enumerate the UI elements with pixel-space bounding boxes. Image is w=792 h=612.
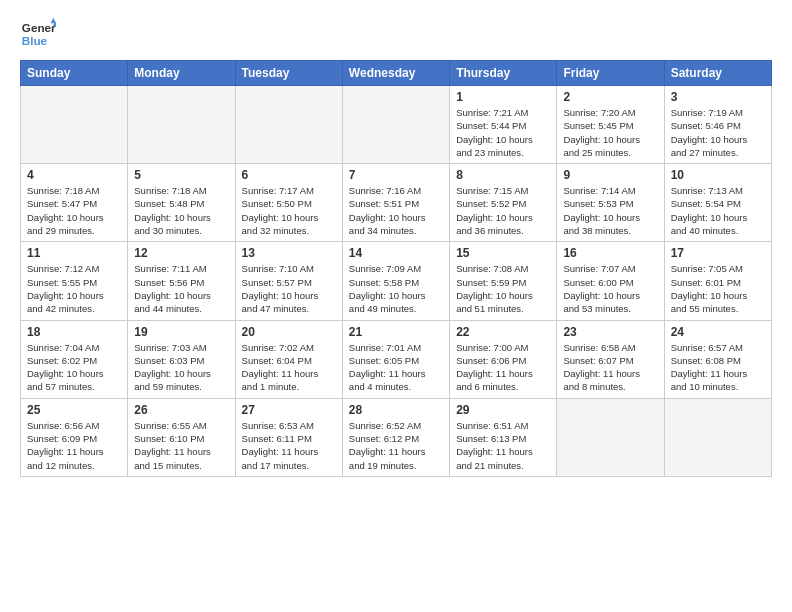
day-cell: 26Sunrise: 6:55 AM Sunset: 6:10 PM Dayli… xyxy=(128,398,235,476)
day-info: Sunrise: 7:18 AM Sunset: 5:48 PM Dayligh… xyxy=(134,184,228,237)
day-info: Sunrise: 7:17 AM Sunset: 5:50 PM Dayligh… xyxy=(242,184,336,237)
day-number: 10 xyxy=(671,168,765,182)
day-number: 24 xyxy=(671,325,765,339)
day-info: Sunrise: 6:56 AM Sunset: 6:09 PM Dayligh… xyxy=(27,419,121,472)
day-cell: 21Sunrise: 7:01 AM Sunset: 6:05 PM Dayli… xyxy=(342,320,449,398)
day-cell xyxy=(235,86,342,164)
day-number: 27 xyxy=(242,403,336,417)
day-number: 16 xyxy=(563,246,657,260)
weekday-header-saturday: Saturday xyxy=(664,61,771,86)
day-info: Sunrise: 7:18 AM Sunset: 5:47 PM Dayligh… xyxy=(27,184,121,237)
week-row-3: 11Sunrise: 7:12 AM Sunset: 5:55 PM Dayli… xyxy=(21,242,772,320)
day-number: 21 xyxy=(349,325,443,339)
day-number: 1 xyxy=(456,90,550,104)
day-cell xyxy=(128,86,235,164)
calendar: SundayMondayTuesdayWednesdayThursdayFrid… xyxy=(20,60,772,477)
day-number: 17 xyxy=(671,246,765,260)
svg-text:Blue: Blue xyxy=(22,34,48,47)
day-cell: 4Sunrise: 7:18 AM Sunset: 5:47 PM Daylig… xyxy=(21,164,128,242)
weekday-header-friday: Friday xyxy=(557,61,664,86)
day-number: 29 xyxy=(456,403,550,417)
day-number: 2 xyxy=(563,90,657,104)
day-info: Sunrise: 7:03 AM Sunset: 6:03 PM Dayligh… xyxy=(134,341,228,394)
day-number: 6 xyxy=(242,168,336,182)
day-cell xyxy=(664,398,771,476)
day-cell: 19Sunrise: 7:03 AM Sunset: 6:03 PM Dayli… xyxy=(128,320,235,398)
day-info: Sunrise: 7:21 AM Sunset: 5:44 PM Dayligh… xyxy=(456,106,550,159)
day-number: 18 xyxy=(27,325,121,339)
day-number: 14 xyxy=(349,246,443,260)
day-info: Sunrise: 7:09 AM Sunset: 5:58 PM Dayligh… xyxy=(349,262,443,315)
day-number: 28 xyxy=(349,403,443,417)
day-cell: 7Sunrise: 7:16 AM Sunset: 5:51 PM Daylig… xyxy=(342,164,449,242)
day-number: 8 xyxy=(456,168,550,182)
day-cell: 23Sunrise: 6:58 AM Sunset: 6:07 PM Dayli… xyxy=(557,320,664,398)
day-info: Sunrise: 6:55 AM Sunset: 6:10 PM Dayligh… xyxy=(134,419,228,472)
day-info: Sunrise: 7:11 AM Sunset: 5:56 PM Dayligh… xyxy=(134,262,228,315)
week-row-1: 1Sunrise: 7:21 AM Sunset: 5:44 PM Daylig… xyxy=(21,86,772,164)
day-cell: 2Sunrise: 7:20 AM Sunset: 5:45 PM Daylig… xyxy=(557,86,664,164)
logo-icon: General Blue xyxy=(20,16,56,52)
day-number: 26 xyxy=(134,403,228,417)
day-number: 4 xyxy=(27,168,121,182)
day-cell: 8Sunrise: 7:15 AM Sunset: 5:52 PM Daylig… xyxy=(450,164,557,242)
day-number: 15 xyxy=(456,246,550,260)
day-info: Sunrise: 6:57 AM Sunset: 6:08 PM Dayligh… xyxy=(671,341,765,394)
day-cell: 28Sunrise: 6:52 AM Sunset: 6:12 PM Dayli… xyxy=(342,398,449,476)
day-info: Sunrise: 6:58 AM Sunset: 6:07 PM Dayligh… xyxy=(563,341,657,394)
day-number: 19 xyxy=(134,325,228,339)
day-cell: 11Sunrise: 7:12 AM Sunset: 5:55 PM Dayli… xyxy=(21,242,128,320)
day-info: Sunrise: 7:13 AM Sunset: 5:54 PM Dayligh… xyxy=(671,184,765,237)
day-cell xyxy=(21,86,128,164)
page-header: General Blue xyxy=(20,16,772,52)
day-cell: 3Sunrise: 7:19 AM Sunset: 5:46 PM Daylig… xyxy=(664,86,771,164)
day-cell: 17Sunrise: 7:05 AM Sunset: 6:01 PM Dayli… xyxy=(664,242,771,320)
day-info: Sunrise: 7:05 AM Sunset: 6:01 PM Dayligh… xyxy=(671,262,765,315)
day-number: 3 xyxy=(671,90,765,104)
day-info: Sunrise: 7:02 AM Sunset: 6:04 PM Dayligh… xyxy=(242,341,336,394)
day-number: 7 xyxy=(349,168,443,182)
day-number: 13 xyxy=(242,246,336,260)
day-number: 11 xyxy=(27,246,121,260)
logo: General Blue xyxy=(20,16,56,52)
day-cell: 27Sunrise: 6:53 AM Sunset: 6:11 PM Dayli… xyxy=(235,398,342,476)
day-info: Sunrise: 6:51 AM Sunset: 6:13 PM Dayligh… xyxy=(456,419,550,472)
day-cell: 18Sunrise: 7:04 AM Sunset: 6:02 PM Dayli… xyxy=(21,320,128,398)
week-row-4: 18Sunrise: 7:04 AM Sunset: 6:02 PM Dayli… xyxy=(21,320,772,398)
day-cell: 12Sunrise: 7:11 AM Sunset: 5:56 PM Dayli… xyxy=(128,242,235,320)
day-number: 9 xyxy=(563,168,657,182)
day-info: Sunrise: 7:04 AM Sunset: 6:02 PM Dayligh… xyxy=(27,341,121,394)
day-cell: 5Sunrise: 7:18 AM Sunset: 5:48 PM Daylig… xyxy=(128,164,235,242)
day-cell: 1Sunrise: 7:21 AM Sunset: 5:44 PM Daylig… xyxy=(450,86,557,164)
day-number: 12 xyxy=(134,246,228,260)
day-number: 25 xyxy=(27,403,121,417)
day-cell: 20Sunrise: 7:02 AM Sunset: 6:04 PM Dayli… xyxy=(235,320,342,398)
day-cell: 16Sunrise: 7:07 AM Sunset: 6:00 PM Dayli… xyxy=(557,242,664,320)
day-cell: 13Sunrise: 7:10 AM Sunset: 5:57 PM Dayli… xyxy=(235,242,342,320)
day-cell: 6Sunrise: 7:17 AM Sunset: 5:50 PM Daylig… xyxy=(235,164,342,242)
day-info: Sunrise: 7:20 AM Sunset: 5:45 PM Dayligh… xyxy=(563,106,657,159)
day-number: 5 xyxy=(134,168,228,182)
day-cell: 25Sunrise: 6:56 AM Sunset: 6:09 PM Dayli… xyxy=(21,398,128,476)
day-cell xyxy=(342,86,449,164)
week-row-2: 4Sunrise: 7:18 AM Sunset: 5:47 PM Daylig… xyxy=(21,164,772,242)
day-number: 23 xyxy=(563,325,657,339)
day-info: Sunrise: 7:08 AM Sunset: 5:59 PM Dayligh… xyxy=(456,262,550,315)
day-cell: 9Sunrise: 7:14 AM Sunset: 5:53 PM Daylig… xyxy=(557,164,664,242)
day-cell: 24Sunrise: 6:57 AM Sunset: 6:08 PM Dayli… xyxy=(664,320,771,398)
day-info: Sunrise: 6:52 AM Sunset: 6:12 PM Dayligh… xyxy=(349,419,443,472)
day-number: 22 xyxy=(456,325,550,339)
day-cell: 10Sunrise: 7:13 AM Sunset: 5:54 PM Dayli… xyxy=(664,164,771,242)
weekday-header-tuesday: Tuesday xyxy=(235,61,342,86)
day-info: Sunrise: 7:12 AM Sunset: 5:55 PM Dayligh… xyxy=(27,262,121,315)
day-info: Sunrise: 7:01 AM Sunset: 6:05 PM Dayligh… xyxy=(349,341,443,394)
day-cell: 29Sunrise: 6:51 AM Sunset: 6:13 PM Dayli… xyxy=(450,398,557,476)
day-info: Sunrise: 7:00 AM Sunset: 6:06 PM Dayligh… xyxy=(456,341,550,394)
day-number: 20 xyxy=(242,325,336,339)
day-info: Sunrise: 7:15 AM Sunset: 5:52 PM Dayligh… xyxy=(456,184,550,237)
day-info: Sunrise: 7:16 AM Sunset: 5:51 PM Dayligh… xyxy=(349,184,443,237)
day-info: Sunrise: 7:19 AM Sunset: 5:46 PM Dayligh… xyxy=(671,106,765,159)
day-cell: 22Sunrise: 7:00 AM Sunset: 6:06 PM Dayli… xyxy=(450,320,557,398)
day-info: Sunrise: 7:10 AM Sunset: 5:57 PM Dayligh… xyxy=(242,262,336,315)
weekday-header-wednesday: Wednesday xyxy=(342,61,449,86)
